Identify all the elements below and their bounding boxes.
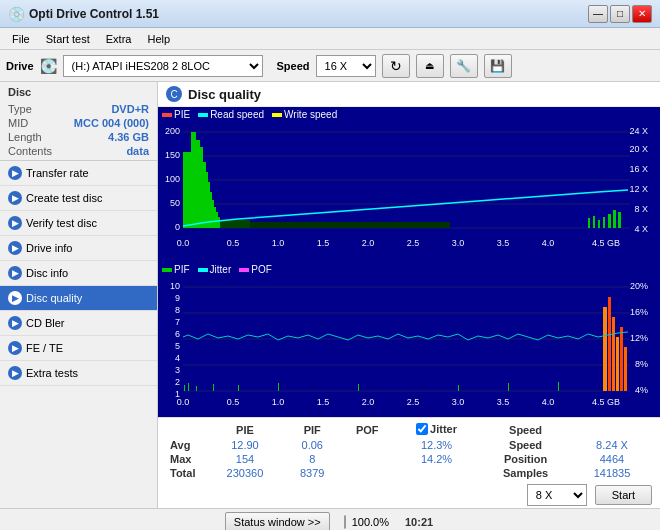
menu-extra[interactable]: Extra [98, 31, 140, 47]
svg-text:1.0: 1.0 [272, 397, 285, 407]
main-layout: Disc Type DVD+R MID MCC 004 (000) Length… [0, 82, 660, 508]
svg-text:1.5: 1.5 [317, 397, 330, 407]
start-area: 8 X Start [166, 484, 652, 506]
maximize-button[interactable]: □ [610, 5, 630, 23]
svg-rect-25 [214, 207, 216, 228]
drive-select[interactable]: (H:) ATAPI iHES208 2 8LOC [63, 55, 263, 77]
svg-rect-80 [616, 337, 619, 391]
status-window-button[interactable]: Status window >> [225, 512, 330, 530]
statusbar: Status window >> 100.0% 10:21 Test compl… [0, 508, 660, 530]
save-button[interactable]: 💾 [484, 54, 512, 78]
avg-pif: 0.06 [284, 438, 341, 452]
quality-icon: C [166, 86, 182, 102]
speed-select[interactable]: 16 X [316, 55, 376, 77]
svg-text:12 X: 12 X [629, 184, 648, 194]
svg-rect-73 [358, 384, 359, 391]
pof-legend-label: POF [251, 264, 272, 275]
svg-rect-34 [608, 214, 611, 228]
svg-text:5: 5 [175, 341, 180, 351]
close-button[interactable]: ✕ [632, 5, 652, 23]
start-button[interactable]: Start [595, 485, 652, 505]
svg-text:0.0: 0.0 [177, 238, 190, 248]
sidebar-item-disc-quality[interactable]: ▶ Disc quality [0, 286, 157, 311]
total-pif: 8379 [284, 466, 341, 480]
sidebar-label-disc-quality: Disc quality [26, 292, 82, 304]
sidebar-item-create-test[interactable]: ▶ Create test disc [0, 186, 157, 211]
disc-mid-value: MCC 004 (000) [74, 117, 149, 129]
start-speed-select[interactable]: 8 X [527, 484, 587, 506]
svg-rect-16 [183, 152, 191, 228]
svg-text:2: 2 [175, 377, 180, 387]
disc-contents-value: data [126, 145, 149, 157]
svg-rect-72 [278, 383, 279, 391]
disc-info-icon: ▶ [8, 266, 22, 280]
jitter-checkbox-cell: Jitter [394, 422, 479, 438]
pie-legend-color [162, 113, 172, 117]
total-pie: 230360 [206, 466, 284, 480]
disc-section-title: Disc [8, 86, 149, 98]
stats-area: PIE PIF POF Jitter Speed [158, 417, 660, 508]
sidebar-item-fe-te[interactable]: ▶ FE / TE [0, 336, 157, 361]
refresh-button[interactable]: ↻ [382, 54, 410, 78]
avg-speed-label: Speed [479, 438, 572, 452]
minimize-button[interactable]: — [588, 5, 608, 23]
disc-info-section: Disc Type DVD+R MID MCC 004 (000) Length… [0, 82, 157, 161]
svg-rect-30 [588, 218, 590, 228]
svg-rect-17 [191, 132, 196, 228]
sidebar-item-extra-tests[interactable]: ▶ Extra tests [0, 361, 157, 386]
svg-text:3.5: 3.5 [497, 238, 510, 248]
disc-mid-label: MID [8, 117, 28, 129]
pie-legend-label: PIE [174, 109, 190, 120]
settings-button[interactable]: 🔧 [450, 54, 478, 78]
sidebar-label-verify-test: Verify test disc [26, 217, 97, 229]
sidebar-label-create-test: Create test disc [26, 192, 102, 204]
col-pie: PIE [206, 422, 284, 438]
drive-label: Drive [6, 60, 34, 72]
svg-rect-67 [184, 385, 185, 391]
sidebar-item-verify-test[interactable]: ▶ Verify test disc [0, 211, 157, 236]
svg-text:3.0: 3.0 [452, 397, 465, 407]
svg-text:7: 7 [175, 317, 180, 327]
max-pie: 154 [206, 452, 284, 466]
sidebar-item-cd-bler[interactable]: ▶ CD Bler [0, 311, 157, 336]
sidebar: Disc Type DVD+R MID MCC 004 (000) Length… [0, 82, 158, 508]
svg-text:4.5 GB: 4.5 GB [592, 397, 620, 407]
menu-help[interactable]: Help [139, 31, 178, 47]
col-speed: Speed [479, 422, 572, 438]
stats-row-total: Total 230360 8379 Samples 141835 [166, 466, 652, 480]
menu-start-test[interactable]: Start test [38, 31, 98, 47]
svg-text:100: 100 [165, 174, 180, 184]
menu-file[interactable]: File [4, 31, 38, 47]
sidebar-label-fe-te: FE / TE [26, 342, 63, 354]
max-jitter: 14.2% [394, 452, 479, 466]
app-icon: 💿 [8, 6, 25, 22]
speed-label: Speed [277, 60, 310, 72]
svg-text:2.0: 2.0 [362, 397, 375, 407]
pof-legend-color [239, 268, 249, 272]
svg-rect-70 [213, 384, 214, 391]
quality-title: Disc quality [188, 87, 261, 102]
sidebar-item-drive-info[interactable]: ▶ Drive info [0, 236, 157, 261]
stats-row-avg: Avg 12.90 0.06 12.3% Speed 8.24 X [166, 438, 652, 452]
sidebar-label-drive-info: Drive info [26, 242, 72, 254]
col-jitter: Jitter [430, 423, 457, 435]
svg-rect-31 [593, 216, 595, 228]
eject-button[interactable]: ⏏ [416, 54, 444, 78]
svg-text:20%: 20% [630, 281, 648, 291]
avg-label: Avg [166, 438, 206, 452]
svg-text:2.5: 2.5 [407, 238, 420, 248]
svg-rect-75 [508, 383, 509, 391]
sidebar-item-disc-info[interactable]: ▶ Disc info [0, 261, 157, 286]
svg-text:2.5: 2.5 [407, 397, 420, 407]
quality-header: C Disc quality [158, 82, 660, 107]
svg-text:3: 3 [175, 365, 180, 375]
svg-rect-76 [558, 382, 559, 391]
svg-rect-71 [238, 385, 239, 391]
create-test-icon: ▶ [8, 191, 22, 205]
jitter-checkbox[interactable] [416, 423, 428, 435]
svg-text:6: 6 [175, 329, 180, 339]
sidebar-item-transfer-rate[interactable]: ▶ Transfer rate [0, 161, 157, 186]
svg-text:3.5: 3.5 [497, 397, 510, 407]
svg-text:16 X: 16 X [629, 164, 648, 174]
disc-length-value: 4.36 GB [108, 131, 149, 143]
